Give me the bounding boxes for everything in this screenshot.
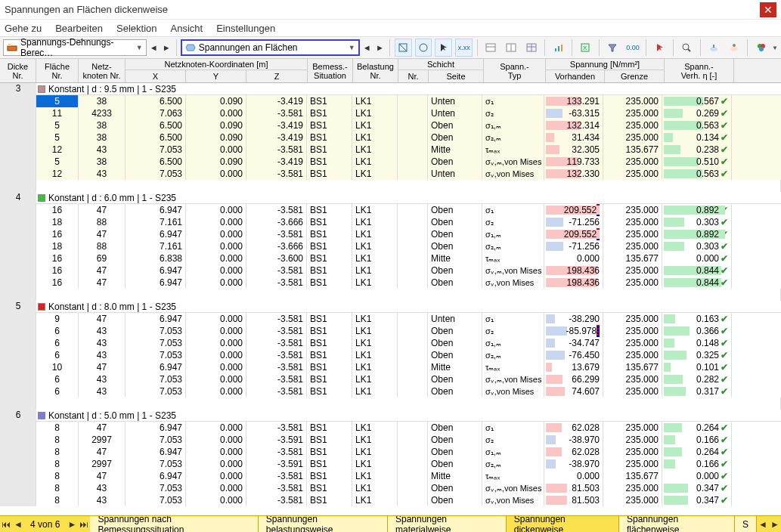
seite-cell[interactable]: Oben — [428, 264, 482, 277]
bl-cell[interactable]: LK1 — [352, 313, 398, 325]
netzknoten-cell[interactable]: 47 — [79, 422, 126, 434]
seite-cell[interactable]: Oben — [428, 131, 482, 144]
verhaeltnis-cell[interactable]: 0.844 ✔ — [662, 264, 732, 277]
vorhanden-cell[interactable]: 119.733 — [544, 156, 603, 168]
settings2-icon[interactable] — [726, 39, 743, 57]
y-cell[interactable]: 0.000 — [186, 228, 246, 240]
x-cell[interactable]: 6.947 — [126, 277, 186, 289]
seite-cell[interactable]: Oben — [428, 325, 482, 337]
verhaeltnis-cell[interactable]: 0.892 ✔ — [662, 228, 732, 240]
z-cell[interactable]: -3.419 — [246, 131, 307, 144]
vorhanden-cell[interactable]: 132.330 — [544, 168, 603, 180]
z-cell[interactable]: -3.581 — [246, 337, 307, 349]
seite-cell[interactable]: Unten — [428, 95, 482, 107]
verhaeltnis-cell[interactable]: 0.238 ✔ — [662, 144, 732, 156]
verhaeltnis-cell[interactable]: 0.563 ✔ — [662, 168, 732, 180]
verhaeltnis-cell[interactable]: 0.264 ✔ — [662, 446, 732, 458]
seite-cell[interactable]: Oben — [428, 204, 482, 216]
settings1-icon[interactable] — [705, 39, 723, 57]
schichtnr-cell[interactable] — [398, 361, 428, 373]
z-cell[interactable]: -3.581 — [246, 446, 307, 458]
grenze-cell[interactable]: 235.000 — [603, 119, 662, 131]
schichtnr-cell[interactable] — [398, 482, 428, 494]
pointer-icon[interactable] — [435, 39, 452, 57]
bl-cell[interactable]: LK1 — [352, 240, 398, 252]
schichtnr-cell[interactable] — [398, 95, 428, 107]
x-cell[interactable]: 7.053 — [126, 458, 186, 470]
seite-cell[interactable]: Oben — [428, 458, 482, 470]
bs-cell[interactable]: BS1 — [307, 277, 352, 289]
netzknoten-cell[interactable]: 47 — [79, 361, 126, 373]
col-netzknoten[interactable]: Netz-knoten Nr. — [79, 59, 126, 82]
schichtnr-cell[interactable] — [398, 373, 428, 385]
bs-cell[interactable]: BS1 — [307, 385, 352, 397]
footer-tab[interactable]: Spannungen belastungsweise — [259, 516, 388, 533]
netzknoten-cell[interactable]: 43 — [79, 144, 126, 156]
x-cell[interactable]: 7.053 — [126, 434, 186, 446]
bs-cell[interactable]: BS1 — [307, 422, 352, 434]
col-grenze[interactable]: Grenze — [605, 70, 664, 82]
y-cell[interactable]: 0.000 — [186, 325, 246, 337]
grenze-cell[interactable]: 235.000 — [603, 325, 662, 337]
y-cell[interactable]: 0.000 — [186, 168, 246, 180]
typ-cell[interactable]: σ₁,ₘ — [482, 446, 544, 458]
netzknoten-cell[interactable]: 47 — [79, 204, 126, 216]
typ-cell[interactable]: τₘₐₓ — [482, 144, 544, 156]
grenze-cell[interactable]: 235.000 — [603, 494, 662, 506]
y-cell[interactable]: 0.000 — [186, 470, 246, 482]
vorhanden-cell[interactable]: -76.450 — [544, 349, 603, 361]
x-cell[interactable]: 6.500 — [126, 131, 186, 144]
schichtnr-cell[interactable] — [398, 131, 428, 144]
z-cell[interactable]: -3.581 — [246, 107, 307, 119]
z-cell[interactable]: -3.581 — [246, 204, 307, 216]
verhaeltnis-cell[interactable]: 0.269 ✔ — [662, 107, 732, 119]
next-view[interactable]: ► — [374, 39, 386, 56]
schichtnr-cell[interactable] — [398, 325, 428, 337]
bl-cell[interactable]: LK1 — [352, 107, 398, 119]
bs-cell[interactable]: BS1 — [307, 325, 352, 337]
z-cell[interactable]: -3.581 — [246, 277, 307, 289]
filter1-icon[interactable] — [395, 39, 412, 57]
netzknoten-cell[interactable]: 88 — [79, 216, 126, 228]
colors-icon[interactable] — [752, 39, 770, 57]
vorhanden-cell[interactable]: 13.679 — [544, 361, 603, 373]
bs-cell[interactable]: BS1 — [307, 337, 352, 349]
y-cell[interactable]: 0.000 — [186, 482, 246, 494]
col-y[interactable]: Y — [186, 70, 246, 82]
netzknoten-cell[interactable]: 43 — [79, 349, 126, 361]
seite-cell[interactable]: Oben — [428, 385, 482, 397]
typ-cell[interactable]: σ₂ — [482, 434, 544, 446]
netzknoten-cell[interactable]: 47 — [79, 446, 126, 458]
bs-cell[interactable]: BS1 — [307, 252, 352, 264]
flaeche-cell[interactable]: 6 — [36, 385, 79, 397]
flaeche-cell[interactable]: 5 — [36, 131, 79, 144]
flaeche-cell[interactable]: 8 — [36, 422, 79, 434]
chart-icon[interactable] — [550, 39, 567, 57]
typ-cell[interactable]: σᵥ,von Mises — [482, 494, 544, 506]
seite-cell[interactable]: Mitte — [428, 361, 482, 373]
flaeche-cell[interactable]: 10 — [36, 361, 79, 373]
bl-cell[interactable]: LK1 — [352, 168, 398, 180]
grenze-cell[interactable]: 235.000 — [603, 95, 662, 107]
last-page[interactable]: ⏭ — [78, 519, 90, 530]
bl-cell[interactable]: LK1 — [352, 325, 398, 337]
bl-cell[interactable]: LK1 — [352, 131, 398, 144]
vorhanden-cell[interactable]: 62.028 — [544, 446, 603, 458]
z-cell[interactable]: -3.581 — [246, 373, 307, 385]
schichtnr-cell[interactable] — [398, 422, 428, 434]
netzknoten-cell[interactable]: 47 — [79, 264, 126, 277]
verhaeltnis-cell[interactable]: 0.148 ✔ — [662, 337, 732, 349]
footer-tab[interactable]: S — [735, 516, 757, 533]
bs-cell[interactable]: BS1 — [307, 204, 352, 216]
vorhanden-cell[interactable]: 0.000 — [544, 252, 603, 264]
bs-cell[interactable]: BS1 — [307, 168, 352, 180]
x-cell[interactable]: 7.053 — [126, 349, 186, 361]
verhaeltnis-cell[interactable]: 0.303 ✔ — [662, 216, 732, 228]
typ-cell[interactable]: σ₁ — [482, 204, 544, 216]
col-seite[interactable]: Seite — [429, 70, 483, 82]
schichtnr-cell[interactable] — [398, 216, 428, 228]
bs-cell[interactable]: BS1 — [307, 373, 352, 385]
menu-bearbeiten[interactable]: Bearbeiten — [55, 23, 103, 34]
grenze-cell[interactable]: 235.000 — [603, 156, 662, 168]
col-spannverh[interactable]: Spann.-Verh. η [-] — [665, 59, 734, 82]
